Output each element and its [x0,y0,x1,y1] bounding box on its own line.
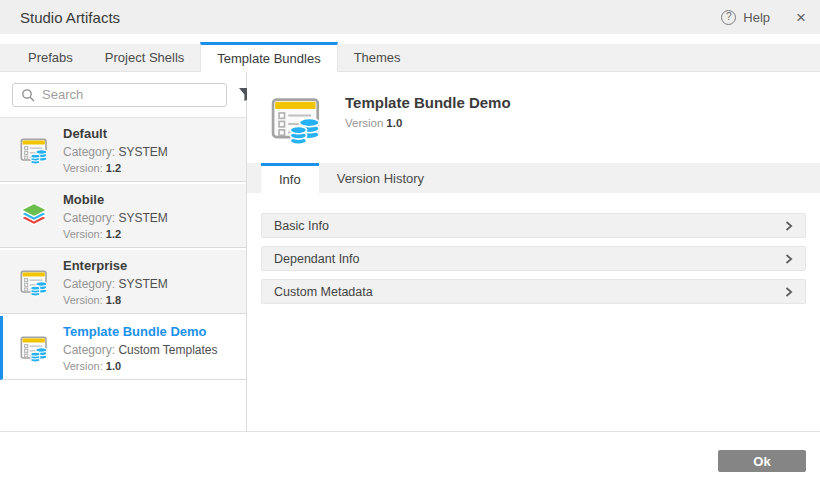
detail-title-block: Template Bundle Demo Version1.0 [345,90,511,163]
accordion-label: Dependant Info [274,252,360,266]
detail-header: Template Bundle Demo Version1.0 [247,72,820,163]
item-text: Default Category: SYSTEM Version: 1.2 [63,126,168,174]
tab-info[interactable]: Info [261,163,319,193]
item-name: Default [63,126,168,141]
item-version: Version: 1.0 [63,360,218,372]
list-item-default[interactable]: Default Category: SYSTEM Version: 1.2 [0,118,246,182]
chevron-right-icon [785,221,793,231]
list-item-enterprise[interactable]: Enterprise Category: SYSTEM Version: 1.8 [0,250,246,314]
item-text: Enterprise Category: SYSTEM Version: 1.8 [63,258,168,306]
item-name: Mobile [63,192,168,207]
item-name: Template Bundle Demo [63,324,218,339]
question-circle-icon: ? [721,10,736,25]
dialog-titlebar: Studio Artifacts ? Help × [0,0,820,34]
detail-panel: Template Bundle Demo Version1.0 Info Ver… [247,72,820,431]
dialog-title: Studio Artifacts [20,9,120,26]
accordion-basic-info[interactable]: Basic Info [261,213,806,238]
item-version: Version: 1.2 [63,162,168,174]
main-area: Default Category: SYSTEM Version: 1.2 Mo… [0,72,820,431]
item-name: Enterprise [63,258,168,273]
tab-themes[interactable]: Themes [338,44,417,71]
item-category: Category: SYSTEM [63,211,168,225]
item-version: Version: 1.8 [63,294,168,306]
accordion-label: Basic Info [274,219,329,233]
tab-project-shells[interactable]: Project Shells [89,44,200,71]
ok-button[interactable]: Ok [718,450,806,472]
dialog-footer: Ok [0,431,820,488]
tab-version-history[interactable]: Version History [319,163,442,193]
item-category: Category: SYSTEM [63,145,168,159]
list-item-mobile[interactable]: Mobile Category: SYSTEM Version: 1.2 [0,184,246,248]
item-category: Category: Custom Templates [63,343,218,357]
chevron-right-icon [785,287,793,297]
artifact-list: Default Category: SYSTEM Version: 1.2 Mo… [0,117,246,431]
layers-icon [18,200,50,232]
search-icon [21,88,35,102]
accordion-label: Custom Metadata [274,285,373,299]
help-label: Help [743,10,770,25]
item-text: Mobile Category: SYSTEM Version: 1.2 [63,192,168,240]
chevron-right-icon [785,254,793,264]
search-row [0,72,246,117]
list-item-template-bundle-demo[interactable]: Template Bundle Demo Category: Custom Te… [0,316,246,380]
help-button[interactable]: ? Help [721,10,770,25]
detail-tabbar: Info Version History [247,163,820,193]
main-tabbar: Prefabs Project Shells Template Bundles … [0,34,820,72]
item-text: Template Bundle Demo Category: Custom Te… [63,324,218,372]
accordion-custom-metadata[interactable]: Custom Metadata [261,279,806,304]
close-icon[interactable]: × [796,9,806,26]
template-bundle-icon [18,134,50,166]
tab-template-bundles[interactable]: Template Bundles [200,42,337,72]
template-bundle-icon [18,266,50,298]
main-tabstrip: Prefabs Project Shells Template Bundles … [0,44,820,72]
item-version: Version: 1.2 [63,228,168,240]
template-bundle-icon [18,332,50,364]
tab-prefabs[interactable]: Prefabs [12,44,89,71]
item-category: Category: SYSTEM [63,277,168,291]
detail-title: Template Bundle Demo [345,94,511,111]
accordion-dependant-info[interactable]: Dependant Info [261,246,806,271]
detail-version: Version1.0 [345,117,511,129]
detail-content: Basic Info Dependant Info Custom Metadat… [247,193,820,431]
search-box[interactable] [12,83,227,107]
search-input[interactable] [42,87,218,102]
template-bundle-icon-large [267,90,325,148]
artifact-sidebar: Default Category: SYSTEM Version: 1.2 Mo… [0,72,247,431]
